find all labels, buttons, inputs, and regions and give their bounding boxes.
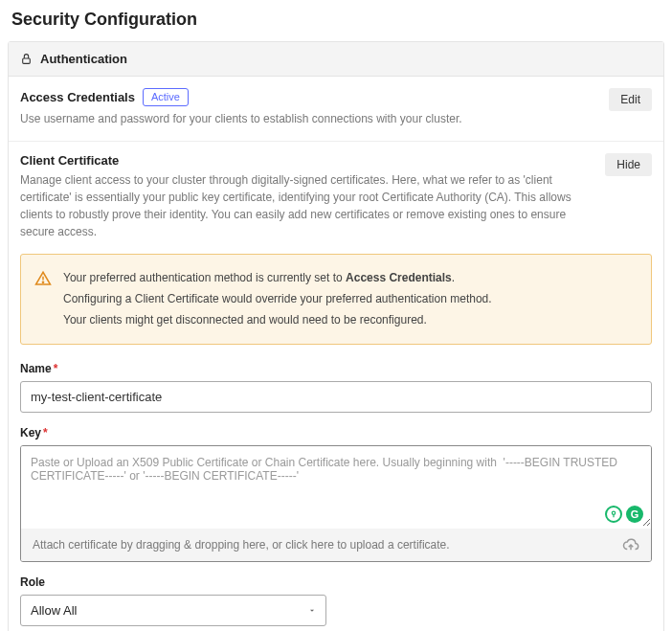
required-star: * [54,362,58,375]
edit-button[interactable]: Edit [609,88,652,111]
key-group: Key* G Attach certificate by dragging & … [20,426,652,562]
cert-desc: Manage client access to your cluster thr… [20,171,595,240]
alert-line1-suffix: . [452,271,455,284]
cert-title: Client Certificate [20,153,119,168]
panel-header: Authentication [9,42,663,77]
role-select[interactable]: Allow All [20,595,326,626]
svg-point-2 [42,282,43,283]
key-textarea-wrap: G Attach certificate by dragging & dropp… [20,445,652,562]
client-certificate-section: Client Certificate Manage client access … [9,142,663,631]
role-group: Role Allow All [20,575,652,626]
svg-rect-0 [23,58,31,63]
alert-line1-strong: Access Credentials [346,271,452,284]
upload-hint: Attach certificate by dragging & droppin… [33,538,450,552]
cloud-upload-icon [622,536,639,553]
warning-icon [34,270,52,330]
name-input[interactable] [20,381,652,413]
panel-header-label: Authentication [40,52,127,66]
upload-bar[interactable]: Attach certificate by dragging & droppin… [21,529,651,561]
override-alert: Your preferred authentication method is … [20,254,652,345]
role-value: Allow All [31,603,77,618]
active-badge: Active [143,88,189,106]
lock-icon [20,53,33,65]
alert-body: Your preferred authentication method is … [63,268,492,330]
alert-line1-prefix: Your preferred authentication method is … [63,271,346,284]
access-title: Access Credentials [20,90,135,104]
alert-line3: Your clients might get disconnected and … [63,310,492,331]
page-title: Security Configuration [11,10,664,30]
access-desc: Use username and password for your clien… [20,110,599,127]
role-label: Role [20,575,652,589]
access-credentials-section: Access Credentials Active Use username a… [9,77,663,142]
key-textarea[interactable] [21,446,651,527]
alert-line2: Configuring a Client Certificate would o… [63,289,492,310]
hide-button[interactable]: Hide [605,153,652,176]
name-label: Name* [20,362,652,375]
auth-panel: Authentication Access Credentials Active… [8,41,664,631]
key-label: Key* [20,426,652,439]
required-star: * [43,426,48,439]
name-group: Name* [20,362,652,413]
